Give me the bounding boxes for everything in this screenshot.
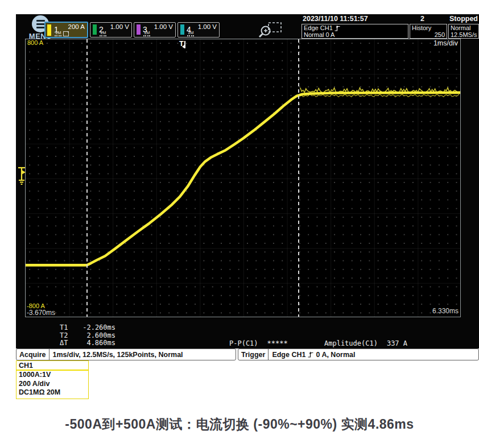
channel-3-color-bar — [137, 24, 141, 35]
acq-mode-label: Normal — [451, 25, 477, 32]
channel-2-color-bar — [93, 24, 97, 35]
page: MENU 1 200 A 1M 2 1.00 V 1M 3 1.00 V 1M … — [0, 0, 479, 448]
dt-label: ΔT — [60, 339, 72, 347]
trigger-status-bar[interactable]: Trigger Edge CH10 A, Normal — [238, 349, 479, 360]
timebase-label: 1ms/div — [433, 39, 458, 47]
channel-2-box[interactable]: 2 1.00 V 1M — [90, 22, 132, 38]
trigger-type: Edge CH1 — [304, 24, 333, 31]
rising-edge-icon — [335, 25, 340, 31]
cursor-measurements: T1-2.260ms T22.600ms ΔT4.860ms — [60, 324, 115, 347]
amplitude-value: 337 A — [387, 339, 407, 347]
trace-noise-bottom — [300, 94, 459, 97]
channel-4-box[interactable]: 4 1.00 V 1M — [177, 22, 220, 38]
channel-2-scale: 1.00 V — [110, 23, 129, 30]
history-label: History — [412, 25, 445, 32]
dt-value: 4.860ms — [72, 339, 115, 347]
amplitude-label: Amplitude(C1) — [324, 339, 378, 347]
trigger-label: Trigger — [238, 349, 269, 360]
acquire-settings: 1ms/div, 12.5MS/s, 125kPoints, Normal — [49, 351, 187, 359]
waveform-svg — [26, 39, 460, 317]
time-left-label: -3.670ms — [27, 309, 55, 317]
coupling-1m-icon: 1M — [143, 31, 150, 36]
channel1-info-title: CH1 — [16, 361, 88, 371]
acquisition-count: 2 — [408, 15, 424, 23]
channel-3-scale: 1.00 V — [154, 23, 173, 30]
rising-edge-icon — [308, 351, 313, 358]
sample-rate: 12.5MS/s — [451, 32, 477, 39]
acquire-label: Acquire — [16, 349, 49, 360]
t2-value: 2.600ms — [72, 332, 115, 340]
t2-label: T2 — [60, 332, 72, 340]
coupling-1m-icon: 1M — [100, 31, 106, 36]
acquisition-mode-box[interactable]: Normal 12.5MS/s — [448, 24, 479, 39]
trigger-bar-icon — [184, 41, 185, 48]
channel1-coupling: DC1MΩ 20M — [16, 388, 88, 399]
graticule: 800 A -800 A -3.670ms 6.330ms 1ms/div T — [25, 39, 461, 317]
channel1-probe-ratio: 1000A:1V — [16, 371, 88, 380]
channel-1-scale: 200 A — [68, 23, 85, 30]
cursor-t1[interactable] — [86, 39, 88, 317]
figure-caption: -500A到+500A测试：电流切换 (-90%~+90%) 实测4.86ms — [0, 416, 479, 433]
channel1-zero-level-icon[interactable] — [17, 165, 27, 186]
y-max-label: 800 A — [27, 39, 43, 46]
acquire-status-bar[interactable]: Acquire 1ms/div, 12.5MS/s, 125kPoints, N… — [16, 349, 236, 360]
channel-3-box[interactable]: 3 1.00 V 1M — [134, 22, 176, 38]
trigger-source: Edge CH1 — [272, 351, 305, 359]
history-box[interactable]: History 250 — [410, 24, 447, 39]
t1-label: T1 — [60, 324, 72, 332]
oscilloscope-screen: MENU 1 200 A 1M 2 1.00 V 1M 3 1.00 V 1M … — [16, 14, 479, 349]
pp-measurement: P-P(C1)***** — [229, 339, 288, 347]
channel1-scale: 200 A/div — [16, 380, 88, 389]
pp-value: ***** — [267, 339, 288, 347]
channel-1-box[interactable]: 1 200 A 1M — [44, 22, 88, 38]
run-state: Stopped — [449, 15, 478, 23]
trace-ch1 — [26, 93, 460, 265]
channel-1-color-bar — [47, 24, 51, 36]
history-count: 250 — [412, 32, 445, 39]
pp-label: P-P(C1) — [229, 339, 258, 347]
channel-4-color-bar — [180, 24, 184, 35]
channel1-info-card[interactable]: CH1 1000A:1V 200 A/div DC1MΩ 20M — [16, 360, 89, 399]
trigger-settings-box[interactable]: Edge CH1 Normal 0 A — [302, 24, 408, 39]
trigger-level: 0 A, Normal — [316, 351, 355, 359]
coupling-1m-icon: 1M — [55, 31, 61, 36]
amplitude-measurement: Amplitude(C1)337 A — [324, 339, 407, 347]
t1-value: -2.260ms — [72, 324, 115, 332]
magnifier-icon — [257, 21, 283, 39]
datetime: 2023/11/10 11:51:57 — [303, 15, 368, 23]
channel-4-scale: 1.00 V — [198, 23, 217, 30]
cursor-t2[interactable] — [298, 39, 299, 317]
time-right-label: 6.330ms — [432, 307, 459, 315]
trigger-mode: Normal 0 A — [304, 32, 406, 39]
coupling-1m-icon: 1M — [187, 31, 194, 36]
probe-icon — [63, 31, 69, 36]
trigger-position-marker[interactable]: T — [179, 39, 185, 48]
